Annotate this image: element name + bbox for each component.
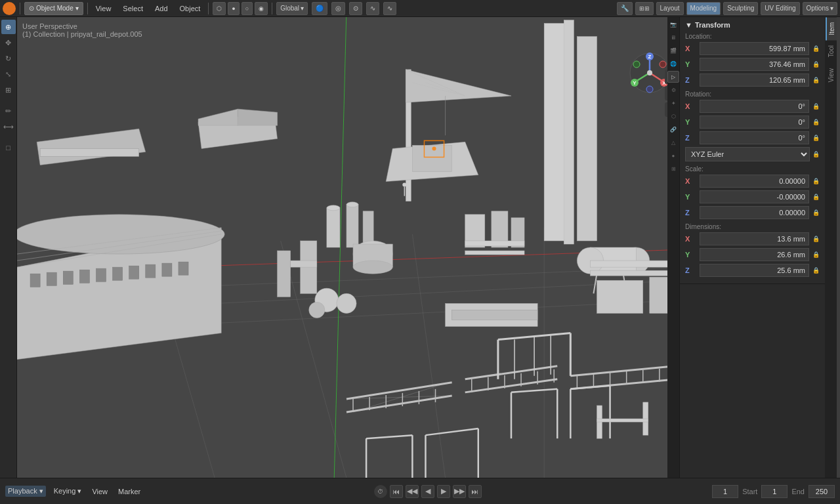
- loc-x-lock[interactable]: 🔒: [812, 45, 820, 52]
- workspace-btn2[interactable]: Modeling: [686, 2, 721, 15]
- settings-btn[interactable]: 🔧: [617, 2, 633, 15]
- svg-rect-35: [412, 145, 452, 171]
- loc-z-input[interactable]: [700, 74, 809, 87]
- dim-x-input[interactable]: [700, 232, 809, 245]
- editor-type-btn[interactable]: ⊞⊞: [635, 2, 654, 15]
- menu-object[interactable]: Object: [176, 0, 205, 17]
- prev-keyframe-btn[interactable]: ◀◀: [406, 485, 419, 498]
- location-label: Location:: [685, 33, 820, 40]
- dim-z-lock[interactable]: 🔒: [812, 266, 820, 274]
- playback-menu[interactable]: Playback ▾: [5, 486, 46, 497]
- mode-selector[interactable]: ⊙ Object Mode ▾: [24, 2, 83, 15]
- current-frame-input[interactable]: [712, 485, 738, 498]
- side-tab-item[interactable]: Item: [826, 17, 837, 40]
- scale-z-lock[interactable]: 🔒: [812, 209, 820, 217]
- next-keyframe-btn[interactable]: ▶▶: [453, 485, 466, 498]
- proportional-btn[interactable]: ◎: [331, 2, 345, 15]
- tool-scale[interactable]: ⤡: [1, 67, 16, 81]
- viewport-icon-btn[interactable]: ⬡: [213, 2, 226, 15]
- loc-y-input[interactable]: [700, 58, 809, 71]
- ptab-scene[interactable]: 🎬: [667, 45, 679, 56]
- side-tab-tool[interactable]: Tool: [826, 40, 836, 62]
- toolbar-separator-1: [20, 3, 20, 14]
- dim-y-lock[interactable]: 🔒: [812, 251, 820, 259]
- keying-menu[interactable]: Keying ▾: [51, 486, 85, 497]
- tool-move[interactable]: ✥: [1, 35, 16, 50]
- euler-lock[interactable]: 🔒: [812, 150, 820, 158]
- euler-mode-select[interactable]: XYZ Euler: [685, 147, 810, 161]
- ptab-modifier[interactable]: ⚙: [667, 84, 679, 96]
- proportional2-btn[interactable]: ⊙: [349, 2, 362, 15]
- svg-rect-117: [590, 270, 669, 276]
- menu-view[interactable]: View: [92, 0, 116, 17]
- scale-x-input[interactable]: [700, 175, 809, 188]
- scale-y-input[interactable]: [700, 190, 809, 203]
- ptab-render[interactable]: 📷: [667, 18, 679, 30]
- shading-solid-btn[interactable]: ●: [228, 2, 239, 15]
- ptab-world[interactable]: 🌐: [667, 58, 679, 70]
- rot-y-input[interactable]: [700, 116, 809, 129]
- scale-y-lock[interactable]: 🔒: [812, 193, 820, 201]
- tool-measure[interactable]: ⟷: [1, 119, 16, 134]
- fps-btn[interactable]: ⏱: [374, 485, 387, 498]
- ptab-texture[interactable]: ⊞: [667, 163, 679, 175]
- play-back-btn[interactable]: ◀: [421, 485, 434, 498]
- ptab-object[interactable]: ▷: [667, 71, 679, 83]
- jump-start-btn[interactable]: ⏮: [390, 485, 403, 498]
- play-btn[interactable]: ▶: [437, 485, 450, 498]
- ptab-material[interactable]: ●: [667, 150, 679, 161]
- rot-z-input[interactable]: [700, 131, 809, 144]
- shading-render-btn[interactable]: ◉: [255, 2, 268, 15]
- workspace-btn3[interactable]: Sculpting: [723, 2, 758, 15]
- tool-object-add[interactable]: □: [1, 140, 16, 155]
- ptab-output[interactable]: 🖥: [667, 32, 679, 43]
- app-logo[interactable]: [3, 2, 16, 15]
- dim-y-input[interactable]: [700, 248, 809, 261]
- global-transform-btn[interactable]: Global ▾: [276, 2, 308, 15]
- ptab-data[interactable]: △: [667, 136, 679, 148]
- menu-object-label: Object: [180, 5, 201, 12]
- rot-x-input[interactable]: [700, 100, 809, 113]
- frame-end-input[interactable]: [808, 485, 835, 498]
- right-panel-wrapper: 📷 🖥 🎬 🌐 ▷ ⚙ ✦ ⬡ 🔗 △ ● ⊞ Item Tool View ▼…: [667, 17, 828, 478]
- extra1-btn[interactable]: ∿: [366, 2, 379, 15]
- mode-icon: ⊙: [29, 5, 34, 12]
- rot-z-lock[interactable]: 🔒: [812, 134, 820, 142]
- menu-add[interactable]: Add: [151, 0, 172, 17]
- rotation-z-row: Z 🔒: [685, 131, 820, 144]
- loc-y-lock[interactable]: 🔒: [812, 60, 820, 68]
- scale-z-input[interactable]: [700, 206, 809, 219]
- view-menu-bottom[interactable]: View: [89, 486, 110, 497]
- jump-end-btn[interactable]: ⏭: [469, 485, 482, 498]
- transform-header[interactable]: ▼ Transform: [685, 21, 820, 29]
- tool-cursor[interactable]: ⊕: [1, 20, 16, 34]
- scale-x-row: X 🔒: [685, 175, 820, 188]
- menu-select[interactable]: Select: [119, 0, 147, 17]
- side-tab-view[interactable]: View: [826, 63, 836, 88]
- snap-btn[interactable]: 🔵: [312, 2, 327, 15]
- workspace-btn4[interactable]: UV Editing: [761, 2, 799, 15]
- ptab-constraint[interactable]: 🔗: [667, 123, 679, 135]
- tool-rotate[interactable]: ↻: [1, 51, 16, 66]
- tool-transform[interactable]: ⊞: [1, 83, 16, 97]
- viewport-3d[interactable]: User Perspective (1) Collection | pripya…: [17, 17, 682, 478]
- loc-x-input[interactable]: [700, 42, 809, 55]
- extra2-btn[interactable]: ∿: [383, 2, 396, 15]
- frame-start-input[interactable]: [761, 485, 788, 498]
- svg-point-42: [327, 205, 340, 211]
- marker-menu[interactable]: Marker: [116, 486, 143, 497]
- dim-z-input[interactable]: [700, 264, 809, 277]
- ptab-particles[interactable]: ✦: [667, 97, 679, 109]
- loc-y-label: Y: [685, 60, 697, 68]
- rot-y-lock[interactable]: 🔒: [812, 118, 820, 126]
- shading-wire-btn[interactable]: ○: [242, 2, 253, 15]
- tool-annotate[interactable]: ✏: [1, 104, 16, 118]
- rot-x-lock[interactable]: 🔒: [812, 102, 820, 110]
- svg-point-44: [346, 202, 358, 207]
- scale-x-lock[interactable]: 🔒: [812, 177, 820, 185]
- dim-x-lock[interactable]: 🔒: [812, 235, 820, 243]
- ptab-physics[interactable]: ⬡: [667, 110, 679, 122]
- workspace-btn1[interactable]: Layout: [656, 2, 684, 15]
- options-btn-top[interactable]: Options ▾: [803, 2, 837, 15]
- loc-z-lock[interactable]: 🔒: [812, 76, 820, 84]
